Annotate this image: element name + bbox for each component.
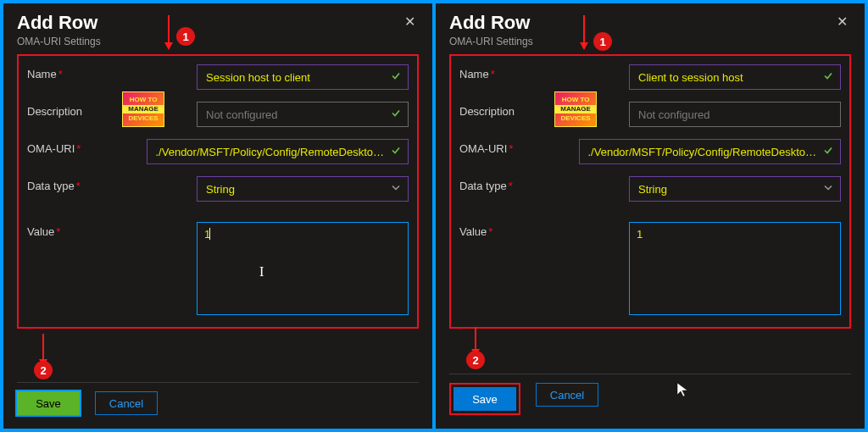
check-icon — [391, 108, 401, 121]
datatype-label: Data type* — [27, 176, 197, 192]
name-label: Name* — [459, 64, 629, 80]
omauri-input[interactable]: ./Vendor/MSFT/Policy/Config/RemoteDeskto… — [579, 139, 842, 164]
description-label: Description — [459, 102, 629, 118]
text-caret — [209, 228, 210, 240]
datatype-select[interactable]: String — [197, 176, 409, 202]
annotation-badge-2: 2 — [34, 361, 53, 379]
annotation-arrow-1 — [168, 15, 170, 49]
name-label: Name* — [27, 64, 197, 80]
annotation-badge-1: 1 — [593, 32, 612, 51]
value-textarea[interactable]: 1 — [197, 222, 409, 315]
annotation-badge-1: 1 — [176, 27, 195, 46]
footer: Save Cancel — [17, 382, 419, 415]
page-title: Add Row — [449, 12, 533, 34]
annotation-arrow-1 — [583, 15, 585, 49]
description-label: Description — [27, 102, 197, 118]
close-icon: ✕ — [837, 14, 848, 29]
form-zone: Name* Session host to client Description — [17, 54, 419, 329]
page-title: Add Row — [17, 12, 101, 34]
value-label: Value* — [459, 222, 629, 238]
annotation-badge-2: 2 — [466, 351, 485, 369]
save-button[interactable]: Save — [453, 387, 516, 411]
check-icon — [391, 146, 401, 158]
datatype-label: Data type* — [459, 176, 629, 192]
save-button[interactable]: Save — [17, 391, 80, 415]
name-input[interactable]: Client to session host — [629, 64, 841, 90]
close-button[interactable]: ✕ — [833, 12, 851, 32]
check-icon — [823, 71, 833, 84]
omauri-input[interactable]: ./Vendor/MSFT/Policy/Config/RemoteDeskto… — [147, 139, 409, 164]
cancel-button[interactable]: Cancel — [95, 391, 158, 415]
name-input[interactable]: Session host to client — [197, 64, 409, 90]
omauri-label: OMA-URI* — [459, 139, 579, 155]
text-cursor-icon: I — [259, 264, 264, 280]
annotation-highlight-save: Save — [449, 383, 520, 415]
page-subtitle: OMA-URI Settings — [17, 36, 101, 47]
description-input[interactable]: Not configured — [629, 102, 841, 127]
chevron-down-icon — [823, 183, 833, 196]
close-icon: ✕ — [404, 14, 415, 29]
cancel-button[interactable]: Cancel — [536, 383, 598, 407]
chevron-down-icon — [391, 183, 401, 196]
description-input[interactable]: Not configured — [197, 102, 409, 127]
title-block: Add Row OMA-URI Settings — [449, 12, 533, 47]
omauri-label: OMA-URI* — [27, 139, 147, 155]
add-row-panel-right: Add Row OMA-URI Settings ✕ 1 HOW TO MANA… — [436, 3, 865, 429]
value-label: Value* — [27, 222, 197, 238]
datatype-select[interactable]: String — [629, 176, 841, 202]
value-textarea[interactable]: 1 — [629, 222, 841, 315]
title-block: Add Row OMA-URI Settings — [17, 12, 101, 47]
form-zone: Name* Client to session host Description — [449, 54, 851, 329]
check-icon — [391, 71, 401, 84]
page-subtitle: OMA-URI Settings — [449, 36, 533, 47]
footer: Save Cancel — [449, 374, 851, 415]
close-button[interactable]: ✕ — [401, 12, 419, 32]
check-icon — [823, 146, 833, 158]
add-row-panel-left: Add Row OMA-URI Settings ✕ 1 HOW TO MANA… — [3, 3, 432, 429]
